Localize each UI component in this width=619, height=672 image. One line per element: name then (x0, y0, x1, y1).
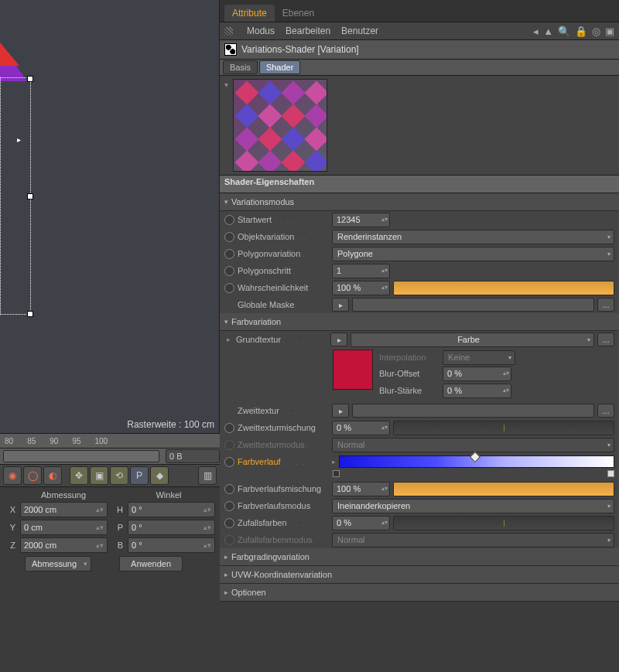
wahrscheinlichkeit-slider[interactable] (393, 281, 614, 295)
search-icon[interactable]: 🔍 (558, 26, 570, 37)
size-y-field[interactable]: 0 cm▴▾ (20, 520, 108, 535)
handle[interactable] (27, 193, 33, 200)
zweittexturmischung-field[interactable]: 0 %▴▾ (332, 421, 390, 435)
startwert-field[interactable]: 12345▴▾ (332, 213, 390, 227)
toolbar: ◉ ◯ ◐ ✥ ▣ ⟲ P ◆ ▥ (0, 465, 220, 487)
size-x-field[interactable]: 2000 cm▴▾ (20, 502, 108, 517)
up-icon[interactable]: ▲ (543, 26, 553, 37)
anim-dot[interactable] (224, 423, 234, 433)
globale-maske-label: Globale Maske. . . (238, 300, 329, 309)
gradient-stop[interactable] (333, 470, 340, 477)
handle[interactable] (27, 76, 33, 82)
rotate-icon[interactable]: ⟲ (110, 466, 128, 485)
grid-spacing-label: Rasterweite : 100 cm (127, 419, 214, 430)
blur-offset-label: Blur-Offset (379, 369, 439, 378)
pla-icon[interactable]: ◆ (150, 466, 169, 485)
grundtextur-more-button[interactable]: … (597, 333, 614, 346)
anim-dot[interactable] (224, 266, 234, 276)
expand-icon[interactable]: ▸ (224, 336, 233, 343)
gradient-editor[interactable] (339, 455, 614, 468)
lock-icon[interactable]: 🔒 (575, 26, 587, 37)
menu-modus[interactable]: Modus (247, 26, 275, 36)
handle[interactable] (27, 311, 33, 317)
farbverlaufsmischung-slider[interactable] (393, 482, 614, 496)
apply-button[interactable]: Anwenden (119, 556, 183, 571)
menu-bearbeiten[interactable]: Bearbeiten (286, 26, 330, 36)
film-icon[interactable]: ▥ (198, 466, 217, 485)
zweittextur-field[interactable] (352, 404, 594, 418)
back-icon[interactable]: ◂ (533, 26, 539, 37)
tab-attribute[interactable]: Attribute (224, 5, 275, 22)
interpolation-label: Interpolation (379, 353, 439, 362)
anim-dot[interactable] (224, 484, 234, 494)
subtab-shader[interactable]: Shader (259, 60, 300, 74)
selection-box[interactable] (0, 77, 31, 315)
blur-staerke-field[interactable]: 0 %▴▾ (443, 384, 511, 398)
zufallsfarben-field[interactable]: 0 %▴▾ (332, 516, 390, 530)
grip-icon[interactable] (224, 27, 233, 36)
move-icon[interactable]: ✥ (70, 466, 88, 485)
farbe-button[interactable]: Farbe (351, 333, 594, 347)
zweittexturmischung-slider[interactable] (393, 421, 614, 435)
angle-h-field[interactable]: 0 °▴▾ (128, 502, 215, 517)
polygonvariation-dropdown[interactable]: Polygone (332, 247, 614, 261)
param-icon[interactable]: P (130, 466, 149, 485)
farbverlaufsmischung-field[interactable]: 100 %▴▾ (332, 482, 390, 496)
object-title: Variations-Shader [Variation] (241, 44, 359, 55)
size-z-field[interactable]: 2000 cm▴▾ (20, 537, 108, 553)
group-farbgrading[interactable]: ▸Farbgradingvariation (220, 548, 619, 566)
anim-dot[interactable] (224, 457, 234, 467)
frame-field[interactable]: 0 B (166, 449, 220, 463)
zweittexturmodus-label: Zweittexturmodus . . (238, 440, 329, 449)
tab-ebenen[interactable]: Ebenen (275, 5, 322, 22)
timeline-bar[interactable]: 0 B (0, 449, 220, 465)
anim-dot[interactable] (224, 283, 234, 293)
anim-dot[interactable] (224, 518, 234, 528)
menu-benutzer[interactable]: Benutzer (341, 26, 378, 36)
objektvariation-dropdown[interactable]: Renderinstanzen (332, 230, 614, 244)
farbverlaufsmischung-label: Farbverlaufsmischung (238, 484, 329, 493)
p-label: P (112, 523, 123, 532)
collapse-icon[interactable]: ▾ (224, 80, 228, 89)
keyframe-icon[interactable]: ◯ (23, 466, 42, 485)
wahrscheinlichkeit-field[interactable]: 100 %▴▾ (332, 281, 390, 295)
record-icon[interactable]: ◉ (3, 466, 22, 485)
group-farbvariation[interactable]: ▾Farbvariation (220, 313, 619, 331)
zweittexturmodus-dropdown[interactable]: Normal (332, 438, 614, 452)
polygonschritt-label: Polygonschritt . . . (238, 266, 329, 275)
group-optionen[interactable]: ▸Optionen (220, 584, 619, 602)
farbverlaufsmodus-dropdown[interactable]: Ineinanderkopieren (332, 499, 614, 513)
scale-icon[interactable]: ▣ (90, 466, 108, 485)
timeline-ruler[interactable]: 80 85 90 95 100 (0, 433, 220, 449)
viewport[interactable]: ▸ Rasterweite : 100 cm (0, 0, 220, 433)
autokey-icon[interactable]: ◐ (43, 466, 62, 485)
gradient-stop[interactable] (607, 470, 614, 477)
globale-maske-field[interactable] (352, 298, 594, 312)
zufallsfarbenmodus-dropdown[interactable]: Normal (332, 533, 614, 547)
blur-offset-field[interactable]: 0 %▴▾ (443, 367, 511, 381)
size-mode-dropdown[interactable]: Abmessung (25, 556, 91, 571)
zufallsfarben-slider[interactable] (393, 516, 614, 530)
angle-p-field[interactable]: 0 °▴▾ (128, 520, 215, 535)
zweittextur-more-button[interactable]: … (597, 404, 614, 418)
target-icon[interactable]: ◎ (592, 26, 600, 37)
globale-maske-arrow-button[interactable]: ▸ (332, 298, 349, 312)
anim-dot[interactable] (224, 249, 234, 259)
anim-dot (224, 535, 234, 545)
group-uvw[interactable]: ▸UVW-Koordinatenvariation (220, 566, 619, 584)
anim-dot[interactable] (224, 215, 234, 225)
angle-b-field[interactable]: 0 °▴▾ (128, 537, 215, 553)
new-icon[interactable]: ▣ (605, 26, 614, 37)
interpolation-dropdown[interactable]: Keine (443, 350, 515, 365)
subtab-basis[interactable]: Basis (223, 60, 258, 74)
zweittextur-arrow-button[interactable]: ▸ (332, 404, 349, 418)
polygonschritt-field[interactable]: 1▴▾ (332, 264, 390, 278)
anim-dot[interactable] (224, 232, 234, 242)
grundtextur-arrow-button[interactable]: ▸ (330, 333, 347, 346)
anim-dot[interactable] (224, 501, 234, 511)
globale-maske-more-button[interactable]: … (597, 298, 614, 312)
group-variationsmodus[interactable]: ▾Variationsmodus (220, 193, 619, 211)
z-label: Z (5, 541, 15, 550)
color-swatch[interactable] (333, 350, 373, 390)
shader-preview[interactable] (233, 79, 327, 172)
